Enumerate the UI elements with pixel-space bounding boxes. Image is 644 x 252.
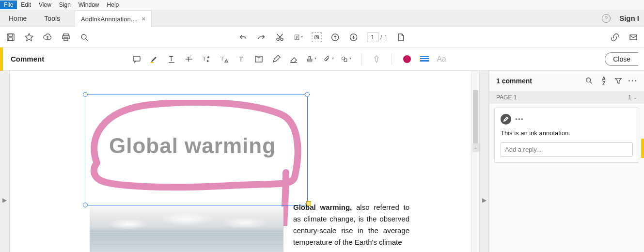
comments-page-divider[interactable]: PAGE 1 1 ⌄ <box>489 91 644 104</box>
page-current-input[interactable] <box>367 32 378 42</box>
tab-tools[interactable]: Tools <box>35 10 69 27</box>
page-indicator: / 1 <box>367 32 388 42</box>
upload-circle-icon[interactable] <box>330 32 340 42</box>
star-icon[interactable] <box>24 32 34 42</box>
eraser-icon[interactable] <box>288 54 299 64</box>
comment-more-icon[interactable]: ••• <box>515 115 524 123</box>
svg-point-7 <box>277 38 279 40</box>
replace-text-icon[interactable]: T <box>201 54 212 64</box>
sticky-note-icon[interactable] <box>131 54 142 64</box>
annotation-selection-box[interactable] <box>85 94 308 205</box>
expand-right-panel-icon[interactable]: ▶ <box>482 197 487 204</box>
svg-rect-10 <box>314 35 318 38</box>
menu-help[interactable]: Help <box>103 0 123 9</box>
body-bold: Global warming, <box>293 203 352 211</box>
sort-comments-icon[interactable]: AZ <box>599 77 608 85</box>
tabs-row: Home Tools AddInkAnnotation.... × ? Sign… <box>0 10 644 27</box>
print-icon[interactable] <box>61 32 71 42</box>
pencil-annotation-type-icon <box>501 114 511 125</box>
redo-icon[interactable] <box>256 32 266 42</box>
page-total: 1 <box>384 33 388 41</box>
text-comment-icon[interactable]: T <box>236 54 247 64</box>
right-nav-rail: ▶ <box>479 71 489 252</box>
active-tool-indicator <box>0 47 3 71</box>
menu-edit[interactable]: Edit <box>17 0 35 9</box>
panel-active-indicator <box>641 139 644 158</box>
chevron-down-icon[interactable]: ⌄ <box>633 95 637 100</box>
resize-handle-tl[interactable] <box>83 92 88 97</box>
comments-count-label: 1 comment <box>496 77 532 85</box>
tab-home[interactable]: Home <box>0 10 35 27</box>
highlighter-icon[interactable] <box>149 54 159 64</box>
svg-text:T: T <box>169 55 173 63</box>
close-comment-toolbar-button[interactable]: Close <box>605 52 638 66</box>
scrollbar-grip[interactable]: ≡ <box>472 143 479 152</box>
page-separator: / <box>380 33 382 41</box>
svg-rect-24 <box>307 59 312 61</box>
page-label: PAGE 1 <box>496 94 517 101</box>
strikethrough-icon[interactable]: T <box>184 54 194 64</box>
shapes-icon[interactable]: ▾ <box>341 54 351 64</box>
zoom-icon[interactable] <box>79 32 89 42</box>
svg-text:T: T <box>257 56 261 62</box>
menu-bar: File Edit View Sign Window Help <box>0 0 644 10</box>
page-display-icon[interactable]: ▾ <box>293 32 303 42</box>
svg-rect-14 <box>630 35 637 40</box>
menu-view[interactable]: View <box>35 0 55 9</box>
svg-rect-4 <box>63 36 69 39</box>
tab-document[interactable]: AddInkAnnotation.... × <box>75 10 152 28</box>
left-nav-rail: ▶ <box>0 71 10 252</box>
svg-text:T: T <box>203 56 206 62</box>
svg-point-27 <box>586 78 591 82</box>
pin-icon[interactable] <box>371 54 382 64</box>
vertical-scrollbar[interactable]: ≡ <box>471 71 479 252</box>
comment-item[interactable]: ••• This is an ink annotation. <box>494 108 639 163</box>
comments-panel: 1 comment AZ ··· PAGE 1 1 ⌄ ••• This is … <box>489 71 644 252</box>
svg-point-8 <box>281 38 283 40</box>
search-comments-icon[interactable] <box>585 77 594 85</box>
comment-text: This is an ink annotation. <box>501 129 633 137</box>
menu-sign[interactable]: Sign <box>55 0 75 9</box>
text-box-icon[interactable]: T <box>253 54 264 64</box>
expand-left-panel-icon[interactable]: ▶ <box>2 197 7 204</box>
svg-rect-5 <box>64 38 68 41</box>
tab-document-label: AddInkAnnotation.... <box>81 16 138 23</box>
svg-text:T: T <box>220 56 224 62</box>
cloud-upload-icon[interactable] <box>43 32 52 42</box>
workspace: ▶ Global warming Global warming, also re… <box>0 71 644 252</box>
document-body-text: Global warming, also referred to as clim… <box>293 202 409 248</box>
sign-in-button[interactable]: Sign I <box>619 14 639 22</box>
link-icon[interactable] <box>610 32 620 42</box>
more-options-icon[interactable]: ··· <box>628 77 637 85</box>
svg-rect-2 <box>9 38 13 41</box>
menu-window[interactable]: Window <box>75 0 103 9</box>
text-properties-icon[interactable]: Aa <box>437 55 446 63</box>
insert-text-icon[interactable]: T <box>219 54 229 64</box>
screenshot-icon[interactable] <box>312 32 321 42</box>
resize-handle-tr[interactable] <box>305 92 310 97</box>
cut-icon[interactable] <box>275 32 284 42</box>
page-icon[interactable] <box>396 32 406 42</box>
comments-panel-header: 1 comment AZ ··· <box>489 71 644 91</box>
color-picker[interactable] <box>402 54 412 64</box>
underline-icon[interactable]: T <box>166 54 177 64</box>
help-icon[interactable]: ? <box>602 14 611 23</box>
pencil-icon[interactable] <box>271 54 282 64</box>
line-thickness-icon[interactable] <box>419 54 430 64</box>
undo-icon[interactable] <box>238 32 248 42</box>
menu-file[interactable]: File <box>0 0 17 9</box>
attachment-icon[interactable]: ▾ <box>323 54 334 64</box>
filter-comments-icon[interactable] <box>614 77 623 85</box>
download-circle-icon[interactable] <box>348 32 358 42</box>
reply-input[interactable] <box>501 142 633 157</box>
mail-icon[interactable] <box>628 32 638 42</box>
close-tab-icon[interactable]: × <box>141 15 145 23</box>
comment-toolbar-label: Comment <box>11 55 44 63</box>
svg-point-25 <box>342 57 345 60</box>
svg-point-11 <box>315 36 317 38</box>
save-icon[interactable] <box>6 32 16 42</box>
resize-handle-bl[interactable] <box>83 203 88 207</box>
document-viewport[interactable]: Global warming Global warming, also refe… <box>10 71 471 252</box>
stamp-icon[interactable]: ▾ <box>306 54 316 64</box>
scrollbar-thumb[interactable] <box>473 90 478 148</box>
